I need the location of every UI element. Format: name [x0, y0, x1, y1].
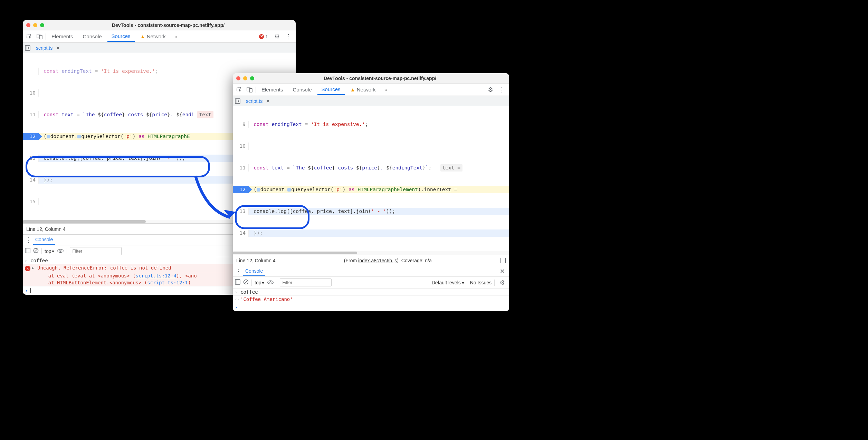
svg-rect-16 — [235, 280, 240, 284]
line-number-10[interactable]: 10 — [23, 89, 39, 97]
editor-status-bar: Line 12, Column 4 (From index.a8c1ec6b.j… — [233, 255, 509, 266]
drawer-kebab-icon[interactable]: ⋮ — [235, 268, 242, 275]
line-number-14[interactable]: 14 — [233, 229, 249, 237]
inline-watch-text: text = — [440, 164, 462, 172]
live-expression-icon[interactable] — [57, 248, 64, 254]
close-tab-icon[interactable]: ✕ — [266, 98, 270, 104]
sourcemap-link[interactable]: index.a8c1ec6b.js — [358, 258, 397, 263]
error-icon: ✕ — [25, 266, 30, 271]
code-line-10 — [249, 143, 509, 150]
token-pill-icon — [77, 135, 81, 138]
close-tab-icon[interactable]: ✕ — [56, 45, 60, 51]
file-tab-script[interactable]: script.ts ✕ — [243, 97, 273, 105]
error-count-badge[interactable]: ✕1 — [259, 34, 268, 39]
scrollbar-thumb[interactable] — [233, 252, 357, 254]
tab-console[interactable]: Console — [79, 31, 106, 41]
navigator-toggle-icon[interactable] — [25, 45, 30, 51]
line-number-10[interactable]: 10 — [233, 143, 249, 150]
inline-watch-text: text — [197, 111, 213, 118]
clear-console-icon[interactable] — [243, 279, 249, 286]
token-pill-icon — [287, 188, 291, 192]
tab-elements[interactable]: Elements — [47, 31, 77, 41]
device-icon[interactable] — [245, 85, 254, 94]
console-sidebar-toggle-icon[interactable] — [235, 279, 240, 286]
context-selector[interactable]: top ▾ — [255, 280, 264, 285]
zoom-window-button[interactable] — [40, 23, 44, 27]
main-toolbar: Elements Console Sources Network » ⚙ ⋮ — [233, 84, 509, 96]
horizontal-scrollbar[interactable] — [233, 251, 509, 255]
inspect-icon[interactable] — [25, 32, 34, 41]
console-sidebar-toggle-icon[interactable] — [25, 248, 30, 254]
caret-down-icon: ▾ — [262, 280, 264, 285]
close-drawer-icon[interactable]: ✕ — [498, 267, 507, 275]
line-partial — [23, 68, 39, 75]
drawer-kebab-icon[interactable]: ⋮ — [25, 236, 32, 243]
scrollbar-thumb[interactable] — [23, 220, 146, 223]
drawer-tab-console[interactable]: Console — [243, 266, 265, 276]
line-number-15[interactable]: 15 — [23, 198, 39, 205]
tab-sources[interactable]: Sources — [317, 84, 345, 95]
code-line-11: const text = `The ${coffee} costs ${pric… — [249, 164, 509, 172]
breakpoint-line-12[interactable]: 12 — [23, 133, 39, 140]
inspect-icon[interactable] — [235, 85, 244, 94]
tab-console[interactable]: Console — [289, 85, 316, 95]
svg-point-9 — [58, 249, 64, 252]
svg-rect-5 — [25, 248, 30, 253]
svg-line-19 — [245, 281, 248, 284]
code-line-12: (document.querySelector('p') as HTMLPara… — [249, 186, 509, 193]
settings-icon[interactable]: ⚙ — [486, 86, 495, 94]
text-caret[interactable] — [30, 288, 31, 293]
console-filter-input[interactable] — [280, 278, 332, 286]
close-window-button[interactable] — [236, 76, 240, 80]
clear-console-icon[interactable] — [33, 248, 39, 254]
navigator-toggle-icon[interactable] — [235, 98, 240, 104]
tab-network[interactable]: Network — [136, 31, 170, 41]
expand-chevron-icon[interactable]: ▶ — [32, 265, 37, 270]
close-window-button[interactable] — [26, 23, 30, 27]
live-expression-icon[interactable] — [267, 280, 274, 285]
token-pill-icon — [257, 188, 260, 192]
code-line-13: console.log([coffee, price, text].join('… — [249, 208, 509, 215]
settings-icon[interactable]: ⚙ — [272, 33, 282, 40]
prompt-chevron-icon: › — [235, 289, 240, 294]
file-tab-script[interactable]: script.ts ✕ — [33, 44, 63, 52]
error-count-value: 1 — [265, 34, 268, 39]
tab-network[interactable]: Network — [346, 85, 380, 95]
context-selector-value: top — [45, 248, 51, 254]
line-number-13[interactable]: 13 — [23, 155, 39, 162]
tab-sources[interactable]: Sources — [107, 31, 135, 42]
kebab-menu-icon[interactable]: ⋮ — [283, 33, 294, 40]
main-toolbar: Elements Console Sources Network » ✕1 ⚙ … — [23, 30, 296, 43]
no-issues-button[interactable]: No Issues — [470, 280, 492, 285]
more-tabs-icon[interactable]: » — [381, 85, 390, 94]
warning-icon — [350, 87, 355, 92]
console-filter-input[interactable] — [70, 247, 122, 255]
console-settings-icon[interactable]: ⚙ — [497, 279, 507, 286]
svg-rect-13 — [249, 88, 252, 92]
more-tabs-icon[interactable]: » — [171, 32, 180, 41]
drawer-tab-console[interactable]: Console — [33, 235, 55, 245]
tab-elements[interactable]: Elements — [257, 85, 287, 95]
minimize-window-button[interactable] — [243, 76, 247, 80]
context-selector[interactable]: top ▾ — [45, 248, 54, 254]
caret-down-icon: ▾ — [462, 280, 464, 285]
coverage-toggle-icon[interactable] — [500, 258, 506, 263]
cursor-position: Line 12, Column 4 — [236, 258, 276, 263]
prompt-icon: › — [25, 288, 30, 293]
device-icon[interactable] — [35, 32, 44, 41]
source-link[interactable]: script.ts:12:1 — [147, 280, 188, 285]
source-editor[interactable]: 9const endingText = 'It is expensive.'; … — [233, 106, 509, 251]
log-level-selector[interactable]: Default levels ▾ — [432, 280, 464, 285]
source-link[interactable]: script.ts:12:4 — [136, 273, 177, 278]
error-message-text: Uncaught ReferenceError: coffee is not d… — [37, 265, 171, 271]
traffic-lights — [236, 76, 254, 80]
line-number-9[interactable]: 9 — [233, 121, 249, 128]
zoom-window-button[interactable] — [250, 76, 254, 80]
line-number-14[interactable]: 14 — [23, 176, 39, 184]
kebab-menu-icon[interactable]: ⋮ — [497, 86, 507, 94]
traffic-lights — [26, 23, 44, 27]
svg-point-20 — [268, 281, 274, 284]
line-number-11[interactable]: 11 — [23, 111, 39, 118]
line-number-11[interactable]: 11 — [233, 164, 249, 172]
minimize-window-button[interactable] — [33, 23, 37, 27]
